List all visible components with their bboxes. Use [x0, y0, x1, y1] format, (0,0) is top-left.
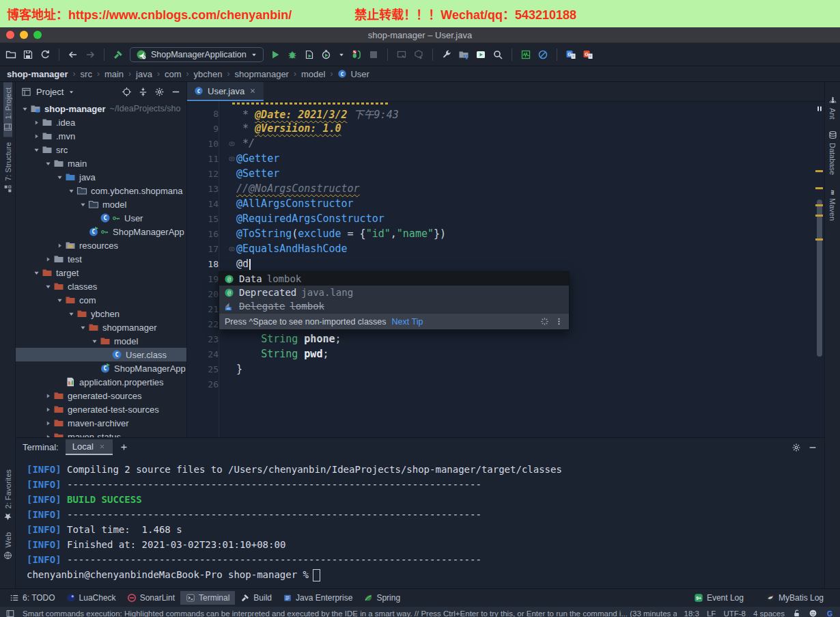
arrow-open-icon[interactable] [21, 105, 29, 113]
run-icon[interactable] [270, 49, 281, 60]
toolwindow-button-maven[interactable]: mMaven [828, 180, 837, 226]
run-anything-icon[interactable] [475, 49, 486, 60]
toolwindow-button-java-enterprise[interactable]: Java Enterprise [277, 591, 358, 605]
forward-arrow-icon[interactable] [85, 49, 96, 60]
arrow-open-icon[interactable] [79, 201, 87, 208]
sync-icon[interactable] [40, 49, 51, 60]
tree-item[interactable]: model [16, 334, 186, 348]
arrow-open-icon[interactable] [91, 338, 98, 345]
toolwindow-button-ant[interactable]: Ant [828, 90, 837, 125]
fold-icon[interactable] [228, 140, 236, 148]
toolwindow-button-event-log[interactable]: 9+Event Log [688, 591, 749, 605]
tree-item[interactable]: generated-sources [16, 389, 186, 402]
caret-down-icon[interactable] [338, 51, 345, 58]
tree-item[interactable]: .idea [16, 115, 186, 129]
hide-panel-icon[interactable] [171, 87, 181, 97]
build-hammer-icon[interactable] [113, 49, 124, 60]
terminal-tab-local[interactable]: Local [66, 439, 113, 455]
tree-item[interactable]: src [16, 143, 186, 156]
project-structure-icon[interactable] [458, 49, 469, 60]
tree-item[interactable]: generated-test-sources [16, 402, 186, 416]
google-icon[interactable]: G [825, 609, 835, 617]
close-x-icon[interactable] [98, 443, 106, 450]
completion-item-deprecated[interactable]: @Deprecatedjava.lang [219, 286, 569, 299]
toolwindow-button--todo[interactable]: 6: TODO [4, 591, 61, 605]
tree-item[interactable]: java [16, 170, 186, 184]
breadcrumb-item-java[interactable]: java [136, 69, 152, 79]
tree-item[interactable]: com [16, 293, 186, 307]
toolwindow-button--project[interactable]: 1: Project [3, 82, 12, 137]
warning-stripe-mark[interactable] [815, 187, 823, 189]
screenshot-icon[interactable] [396, 49, 407, 60]
arrow-open-icon[interactable] [56, 297, 64, 304]
status-field[interactable]: 4 spaces [753, 609, 785, 617]
editor-scrollbar-thumb[interactable] [817, 200, 822, 357]
tree-item[interactable]: .mvn [16, 129, 186, 143]
run-configuration-select[interactable]: ShopManagerApplication [130, 47, 264, 62]
search-icon[interactable] [492, 49, 503, 60]
arrow-closed-icon[interactable] [44, 392, 52, 400]
arrow-open-icon[interactable] [79, 324, 87, 331]
google-icon[interactable]: G [825, 609, 835, 617]
tree-item[interactable]: classes [16, 279, 186, 293]
tree-item[interactable]: model [16, 197, 186, 211]
toggle-panels-icon[interactable] [5, 609, 15, 617]
toolwindow-button-sonarlint[interactable]: SonarLint [122, 591, 180, 605]
arrow-open-icon[interactable] [68, 310, 75, 318]
project-panel-title[interactable]: Project [36, 87, 64, 97]
coverage-icon[interactable] [304, 49, 315, 60]
tree-item[interactable]: ybchen [16, 307, 186, 320]
breadcrumb-item-ybchen[interactable]: ybchen [194, 69, 223, 79]
chevron-down-icon[interactable] [68, 89, 74, 95]
warning-stripe-mark[interactable] [815, 204, 823, 206]
tree-item[interactable]: shopmanager [16, 320, 186, 334]
prohibit-icon[interactable] [537, 49, 548, 60]
toolwindow-button-luacheck[interactable]: LuaCheck [61, 591, 122, 605]
pause-icon[interactable] [815, 105, 824, 113]
minimize-icon[interactable] [808, 443, 817, 452]
tree-item[interactable]: target [16, 266, 186, 279]
back-arrow-icon[interactable] [68, 49, 79, 60]
fold-icon[interactable] [228, 155, 236, 163]
toolwindow-button-terminal[interactable]: Terminal [180, 591, 235, 605]
warning-stripe-mark[interactable] [815, 238, 823, 241]
plus-icon[interactable] [120, 443, 128, 452]
debug-icon[interactable] [287, 49, 298, 60]
toolwindow-button-build[interactable]: Build [235, 591, 277, 605]
monitor-icon[interactable] [520, 49, 531, 60]
gear-icon[interactable] [792, 443, 801, 452]
breadcrumb-item-src[interactable]: src [81, 69, 92, 79]
status-field[interactable]: 18:3 [684, 609, 699, 617]
grazie-face-icon[interactable] [809, 609, 817, 617]
toolwindow-button--favorites[interactable]: 2: Favorites [3, 464, 12, 526]
close-x-icon[interactable] [249, 87, 257, 95]
arrow-closed-icon[interactable] [33, 133, 40, 140]
breadcrumb-item-main[interactable]: main [104, 69, 124, 79]
arrow-open-icon[interactable] [33, 146, 40, 154]
toolwindow-button-web[interactable]: Web [3, 527, 12, 565]
tree-item[interactable]: maven-archiver [16, 416, 186, 430]
breadcrumb-item-model[interactable]: model [301, 69, 325, 79]
new-terminal-plus-icon[interactable] [120, 443, 128, 452]
close-icon[interactable] [98, 443, 106, 450]
lock-open-icon[interactable] [792, 609, 801, 617]
tree-item[interactable]: maven-status [16, 430, 186, 437]
warning-stripe-mark[interactable] [815, 170, 823, 172]
status-field[interactable]: UTF-8 [723, 609, 746, 617]
tree-item[interactable]: resources [16, 238, 186, 252]
terminal-prompt[interactable]: chenyanbin@chenyanbindeMacBook-Pro shop-… [27, 567, 813, 582]
tree-item[interactable]: application.properties [16, 375, 186, 389]
minimize-icon[interactable] [808, 443, 817, 452]
arrow-open-icon[interactable] [33, 269, 40, 277]
lock-open-icon[interactable] [792, 609, 801, 617]
next-tip-link[interactable]: Next Tip [392, 317, 423, 327]
stop-icon[interactable] [368, 49, 379, 60]
profiler-icon[interactable] [321, 49, 332, 60]
terminal-output[interactable]: [INFO] Compiling 2 source files to /User… [16, 456, 824, 588]
arrow-open-icon[interactable] [68, 187, 75, 195]
save-icon[interactable] [23, 49, 33, 60]
status-field[interactable]: LF [707, 609, 716, 617]
completion-item-data[interactable]: @Datalombok [219, 272, 569, 286]
tree-item[interactable]: shop-manager~/IdeaProjects/sho [16, 102, 186, 115]
tree-item[interactable]: com.ybchen.shopmana [16, 184, 186, 197]
